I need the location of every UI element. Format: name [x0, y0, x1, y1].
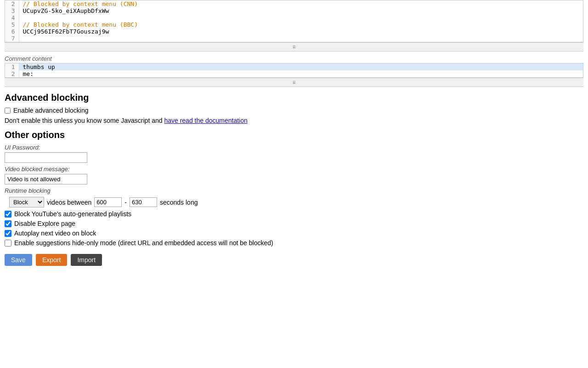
runtime-blocking-block: Runtime blocking Block Allow videos betw… [5, 187, 583, 207]
export-button[interactable]: Export [36, 254, 67, 266]
comment-editor-resize-handle[interactable]: ≡ [5, 78, 583, 87]
line-number: 3 [5, 7, 19, 14]
checkbox-label-cb4: Enable suggestions hide-only mode (direc… [14, 239, 273, 247]
checkbox-cb1[interactable] [5, 211, 11, 218]
import-button[interactable]: Import [71, 254, 102, 266]
line-content: // Blocked by context menu (BBC) [19, 21, 583, 28]
advanced-blocking-option: Enable advanced blocking [5, 107, 583, 114]
line-content: thumbs up [19, 63, 583, 70]
code-editor-resize-handle[interactable]: ≡ [5, 42, 583, 52]
comment-content-label: Comment content [5, 55, 583, 62]
line-number: 1 [5, 63, 19, 70]
line-content [19, 14, 583, 21]
line-number: 4 [5, 14, 19, 21]
checkbox-cb2[interactable] [5, 220, 11, 227]
runtime-end-input[interactable] [130, 197, 157, 207]
runtime-between-label: videos between [47, 199, 91, 206]
resize-icon: ≡ [292, 44, 295, 50]
checkbox-cb4[interactable] [5, 240, 11, 247]
line-number: 7 [5, 35, 19, 42]
runtime-dash: - [124, 199, 127, 206]
runtime-blocking-label: Runtime blocking [5, 187, 583, 194]
runtime-start-input[interactable] [94, 197, 122, 207]
line-content: // Blocked by context menu (CNN) [19, 0, 583, 7]
channel-blacklist-editor[interactable]: 2// Blocked by context menu (CNN)3UCupvZ… [5, 0, 583, 42]
line-number: 6 [5, 28, 19, 35]
runtime-seconds-label: seconds long [160, 199, 198, 206]
checkbox-label-cb2: Disable Explore page [14, 220, 75, 227]
other-options-heading: Other options [5, 130, 583, 140]
line-content [19, 35, 583, 42]
line-number: 2 [5, 0, 19, 7]
line-content: me: [19, 70, 583, 77]
checkbox-label-cb1: Block YouTube's auto-generated playlists [14, 210, 131, 218]
ui-password-label: UI Password: [5, 144, 583, 151]
checkbox-row-cb3: Autoplay next video on block [5, 230, 583, 237]
checkbox-label-cb3: Autoplay next video on block [14, 230, 96, 237]
video-blocked-message-block: Video blocked message: [5, 166, 583, 184]
advanced-blocking-checkbox[interactable] [5, 108, 11, 114]
runtime-blocking-row: Block Allow videos between - seconds lon… [9, 197, 579, 207]
advanced-blocking-heading: Advanced blocking [5, 92, 583, 103]
documentation-link[interactable]: have read the documentation [164, 117, 247, 124]
line-number: 5 [5, 21, 19, 28]
advanced-blocking-label: Enable advanced blocking [13, 107, 88, 114]
checkbox-row-cb1: Block YouTube's auto-generated playlists [5, 210, 583, 218]
checkbox-row-cb2: Disable Explore page [5, 220, 583, 227]
comment-content-editor[interactable]: 1thumbs up2me: [5, 63, 583, 78]
video-blocked-message-input[interactable] [5, 174, 87, 184]
video-blocked-message-label: Video blocked message: [5, 166, 583, 172]
save-button[interactable]: Save [5, 254, 32, 266]
line-content: UCCj956IF62FbT7Gouszaj9w [19, 28, 583, 35]
advanced-blocking-description: Don't enable this unless you know some J… [5, 117, 583, 124]
resize-icon-2: ≡ [292, 79, 295, 86]
checkbox-cb3[interactable] [5, 230, 11, 237]
button-bar: Save Export Import [5, 254, 583, 266]
ui-password-block: UI Password: [5, 144, 583, 163]
line-number: 2 [5, 70, 19, 77]
line-content: UCupvZG-5ko_eiXAupbDfxWw [19, 7, 583, 14]
checkbox-row-cb4: Enable suggestions hide-only mode (direc… [5, 239, 583, 247]
runtime-action-select[interactable]: Block Allow [9, 197, 44, 207]
ui-password-input[interactable] [5, 152, 87, 163]
